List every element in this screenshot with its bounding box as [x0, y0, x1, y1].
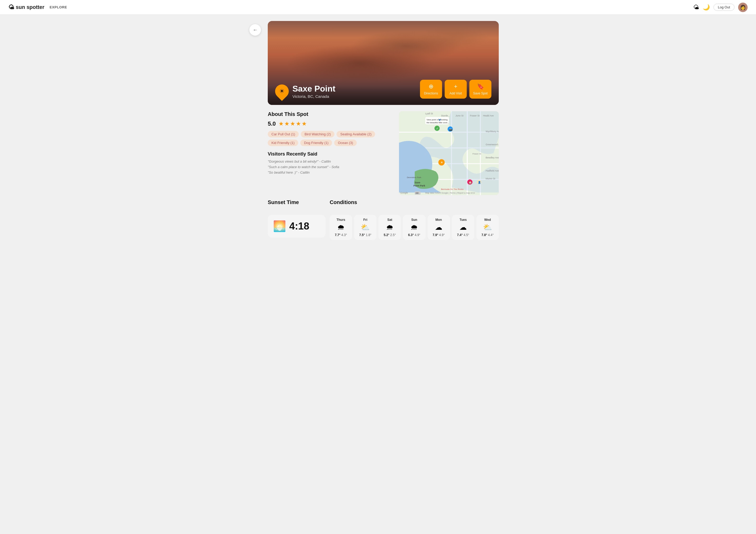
map-svg: Fraser St Heald Ave Juno St Sturde... Wy… [399, 111, 499, 195]
svg-text:Heald Ave: Heald Ave [483, 114, 494, 117]
condition-icon: ☁ [454, 224, 472, 231]
condition-day: Fri [356, 218, 374, 222]
pin-sun-icon: ☀ [279, 88, 284, 95]
location-pin-icon: ☀ [272, 82, 292, 101]
location-name: Saxe Point [292, 84, 336, 94]
directions-button[interactable]: ⊕ Directions [420, 80, 442, 99]
svg-text:Wychbury Ave: Wychbury Ave [486, 130, 499, 133]
save-spot-icon: 🔖 [477, 83, 484, 90]
condition-day: Sun [405, 218, 423, 222]
stars: ★★★★★ [279, 120, 308, 127]
tags-container: Car Pull Out (1)Bird Watching (2)Seating… [268, 131, 393, 146]
condition-day: Wed [478, 218, 497, 222]
condition-card: Tues ☁ 7.4° 4.5° [452, 215, 474, 240]
condition-temps: 6.3° 4.9° [405, 233, 423, 237]
reviews-list: "Gorgeous views but a bit windy!" - Cait… [268, 160, 393, 174]
svg-text:Point Park: Point Park [414, 184, 425, 187]
condition-icon: 🌧 [381, 224, 399, 231]
svg-text:☀: ☀ [440, 161, 444, 165]
svg-text:Lyall St: Lyall St [425, 112, 433, 115]
sunset-section-title: Sunset Time [268, 199, 326, 205]
condition-card: Mon ☁ 7.9° 4.9° [428, 215, 450, 240]
hero-overlay: ☀ Saxe Point Victoria, BC, Canada ⊕ Dire… [268, 73, 499, 105]
content-area: About This Spot 5.0 ★★★★★ Car Pull Out (… [268, 111, 499, 195]
sunset-time: 4:18 [289, 220, 309, 232]
condition-card: Wed ⛅ 7.8° 4.4° [476, 215, 499, 240]
svg-text:Munro St: Munro St [486, 177, 495, 180]
add-visit-button[interactable]: + Add Visit [445, 80, 467, 99]
svg-text:Map data ©2023 Google | Terms : Map data ©2023 Google | Terms | Report a… [425, 192, 475, 194]
condition-card: Sun 🌧 6.3° 4.9° [403, 215, 425, 240]
moon-icon-button[interactable]: 🌙 [703, 4, 710, 11]
condition-temps: 7.7° 4.3° [332, 233, 350, 237]
bottom-grid: 🌅 4:18 Thurs 🌧 7.7° 4.3° Fri ⛅ 7.5° 1.8°… [268, 215, 499, 240]
svg-text:Denniston Park: Denniston Park [407, 176, 421, 179]
section-headers: Sunset Time Conditions [268, 199, 499, 209]
condition-low: 4.3° [341, 233, 347, 237]
tag-item: Ocean (3) [334, 140, 357, 146]
header-right: 🌤 🌙 Log Out 👩 [693, 3, 747, 12]
condition-card: Sat 🌧 5.2° 2.5° [379, 215, 401, 240]
svg-text:Fraser St: Fraser St [472, 153, 481, 155]
review-item: "So beatiful here :)" - Caitlin [268, 170, 393, 174]
user-avatar[interactable]: 👩 [738, 3, 747, 12]
map-container: Fraser St Heald Ave Juno St Sturde... Wy… [399, 111, 499, 195]
add-visit-label: Add Visit [449, 91, 462, 95]
app-header: 🌤 sun spotter EXPLORE 🌤 🌙 Log Out 👩 [0, 0, 756, 15]
tag-item: Seating Available (2) [337, 131, 375, 138]
hero-section: ☀ Saxe Point Victoria, BC, Canada ⊕ Dire… [268, 21, 499, 105]
condition-low: 2.5° [390, 233, 396, 237]
hero-text: Saxe Point Victoria, BC, Canada [292, 84, 336, 99]
condition-day: Mon [430, 218, 448, 222]
condition-icon: ⛅ [356, 224, 374, 231]
condition-high: 7.4° [457, 233, 463, 237]
app-logo: 🌤 sun spotter [9, 4, 44, 11]
directions-icon: ⊕ [429, 83, 433, 90]
tag-item: Dog Friendly (1) [300, 140, 332, 146]
condition-day: Tues [454, 218, 472, 222]
hero-title-area: ☀ Saxe Point Victoria, BC, Canada [275, 84, 336, 99]
tag-item: Bird Watching (2) [301, 131, 335, 138]
location-subtitle: Victoria, BC, Canada [292, 94, 336, 99]
condition-day: Thurs [332, 218, 350, 222]
back-button[interactable]: ← [249, 24, 261, 36]
condition-high: 7.7° [335, 233, 340, 237]
svg-text:View point overlooking: View point overlooking [426, 118, 447, 121]
main-content: ← ☀ Saxe Point Victoria, BC, Canada ⊕ Di… [252, 15, 504, 246]
about-title: About This Spot [268, 111, 393, 117]
logo-text: sun spotter [16, 4, 44, 10]
condition-icon: 🌧 [405, 224, 423, 231]
conditions-grid: Thurs 🌧 7.7° 4.3° Fri ⛅ 7.5° 1.8° Sat 🌧 … [330, 215, 499, 240]
header-left: 🌤 sun spotter EXPLORE [9, 4, 67, 11]
condition-low: 4.9° [439, 233, 445, 237]
condition-high: 5.2° [384, 233, 389, 237]
svg-text:Bermuda On The Rocks: Bermuda On The Rocks [441, 188, 464, 191]
sun-icon-button[interactable]: 🌤 [693, 4, 699, 11]
condition-low: 4.9° [415, 233, 420, 237]
condition-low: 4.5° [464, 233, 469, 237]
condition-temps: 7.9° 4.9° [430, 233, 448, 237]
sunset-icon: 🌅 [273, 220, 286, 232]
bottom-section: 🌅 4:18 Thurs 🌧 7.7° 4.3° Fri ⛅ 7.5° 1.8°… [268, 215, 499, 240]
svg-text:Bewdley Ave: Bewdley Ave [486, 156, 499, 159]
svg-text:Greenwood Ave: Greenwood Ave [486, 143, 499, 146]
back-arrow-icon: ← [253, 27, 257, 33]
reviews-title: Visitors Recently Said [268, 151, 393, 157]
condition-card: Thurs 🌧 7.7° 4.3° [330, 215, 352, 240]
rating-row: 5.0 ★★★★★ [268, 120, 393, 127]
condition-day: Sat [381, 218, 399, 222]
save-spot-button[interactable]: 🔖 Save Spot [469, 80, 491, 99]
svg-text:Juno St: Juno St [455, 114, 464, 117]
tag-item: Kid Friendly (1) [268, 140, 298, 146]
condition-icon: ⛅ [478, 224, 497, 231]
condition-temps: 5.2° 2.5° [381, 233, 399, 237]
svg-text:⌨: ⌨ [416, 192, 419, 194]
condition-temps: 7.8° 4.4° [478, 233, 497, 237]
condition-temps: 7.4° 4.5° [454, 233, 472, 237]
condition-high: 6.3° [408, 233, 414, 237]
svg-text:✓: ✓ [436, 127, 439, 130]
svg-text:Hadfield Ave: Hadfield Ave [486, 169, 499, 172]
logout-button[interactable]: Log Out [714, 4, 735, 11]
svg-text:Google: Google [400, 191, 408, 194]
condition-temps: 7.5° 1.8° [356, 233, 374, 237]
